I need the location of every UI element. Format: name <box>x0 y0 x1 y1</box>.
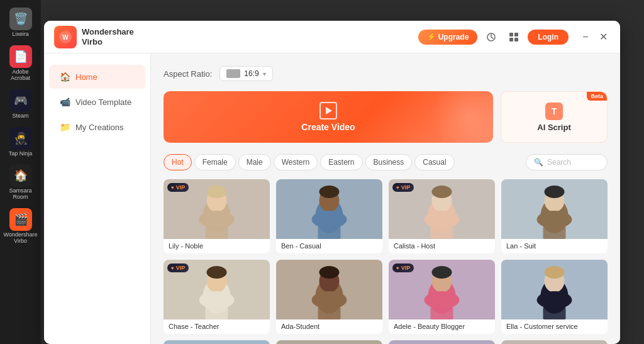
avatar-name-ada: Ada-Student <box>276 319 382 334</box>
avatar-name-ben: Ben - Casual <box>276 239 382 253</box>
icon-image-acrobat: 📄 <box>9 45 32 68</box>
icon-image-tap-ninja: 🥷 <box>9 127 32 150</box>
svg-rect-48 <box>431 307 453 319</box>
nav-home-label: Home <box>75 72 97 82</box>
icon-image-lixeira: 🗑️ <box>9 8 32 30</box>
brand-name: Wondershare <box>82 27 134 37</box>
avatar-image-r3c: VIP <box>389 340 495 344</box>
svg-rect-6 <box>514 38 518 42</box>
icon-image-virbo: 🎬 <box>9 208 32 231</box>
svg-rect-12 <box>206 226 228 239</box>
create-video-icon <box>319 102 337 119</box>
aspect-ratio-select[interactable]: 16:9 ▾ <box>219 66 272 81</box>
avatar-card-r3a[interactable]: VIP <box>164 340 270 344</box>
avatar-image-chase: VIP <box>164 260 270 319</box>
avatar-card-lily[interactable]: VIP Lily - Noble <box>164 179 270 253</box>
svg-rect-30 <box>543 226 566 239</box>
chevron-down-icon: ▾ <box>263 70 266 77</box>
upgrade-button[interactable]: Upgrade <box>418 30 478 45</box>
svg-rect-42 <box>318 307 341 319</box>
login-button[interactable]: Login <box>528 30 569 45</box>
avatar-card-r3d[interactable] <box>501 340 608 344</box>
icon-label-virbo: WondershareVirbo <box>4 232 38 245</box>
svg-rect-36 <box>206 307 228 319</box>
icon-label-samsara: SamsaraRoom <box>9 188 31 201</box>
desktop-icon-virbo[interactable]: 🎬 WondershareVirbo <box>4 206 37 247</box>
avatar-name-calista: Calista - Host <box>389 239 495 253</box>
filter-tab-business[interactable]: Business <box>365 154 413 170</box>
close-button[interactable]: ✕ <box>596 30 610 44</box>
sidebar-item-home[interactable]: 🏠 Home <box>49 65 145 89</box>
app-logo: W <box>54 26 77 48</box>
filter-tab-hot[interactable]: Hot <box>164 154 192 170</box>
avatar-card-lan[interactable]: Lan - Suit <box>501 179 608 253</box>
nav-creations-label: My Creations <box>75 123 124 132</box>
content-area: 🏠 Home 📹 Video Template 📁 My Creations A… <box>44 53 620 344</box>
svg-rect-5 <box>509 38 513 42</box>
svg-point-16 <box>319 186 340 198</box>
avatar-card-adele[interactable]: VIP Adele - Beauty Blogger <box>389 260 495 334</box>
filter-tab-female[interactable]: Female <box>194 154 236 170</box>
search-input[interactable] <box>547 158 604 167</box>
desktop-icon-tap-ninja[interactable]: 🥷 Tap Ninja <box>4 125 37 160</box>
desktop-icon-steam[interactable]: 🎮 Steam <box>4 87 37 122</box>
svg-point-53 <box>537 291 572 309</box>
ratio-icon <box>226 69 240 78</box>
svg-point-17 <box>312 211 347 228</box>
grid-button[interactable] <box>505 28 523 46</box>
search-icon: 🔍 <box>534 158 543 167</box>
svg-point-29 <box>537 211 572 228</box>
avatar-card-ben[interactable]: Ben - Casual <box>276 179 382 253</box>
creations-icon: 📁 <box>59 121 70 133</box>
desktop-taskbar: 🗑️ Lixeira 📄 AdobeAcrobat 🎮 Steam 🥷 Tap … <box>0 0 41 344</box>
create-video-card[interactable]: Create Video <box>164 91 493 143</box>
filter-tab-eastern[interactable]: Eastern <box>320 154 362 170</box>
svg-point-47 <box>425 291 460 309</box>
history-button[interactable] <box>482 28 500 46</box>
avatar-card-calista[interactable]: VIP Calista - Host <box>389 179 495 253</box>
search-box: 🔍 <box>526 154 608 170</box>
avatar-card-ada[interactable]: Ada-Student <box>276 260 382 334</box>
avatar-name-adele: Adele - Beauty Blogger <box>389 319 495 334</box>
svg-rect-18 <box>318 226 341 239</box>
avatar-image-lan <box>501 179 608 239</box>
sidebar-item-video-template[interactable]: 📹 Video Template <box>49 90 145 114</box>
avatar-card-chase[interactable]: VIP Chase - Teacher <box>164 260 270 334</box>
avatar-name-lily: Lily - Noble <box>164 239 270 253</box>
filter-tab-western[interactable]: Western <box>274 154 318 170</box>
filter-tab-male[interactable]: Male <box>238 154 271 170</box>
icon-image-steam: 🎮 <box>9 89 32 112</box>
avatar-name-lan: Lan - Suit <box>501 239 608 253</box>
beta-badge: Beta <box>587 92 607 101</box>
product-name: Virbo <box>82 37 134 47</box>
svg-point-46 <box>432 266 452 279</box>
filter-row: Hot Female Male Western Eastern Business <box>164 154 608 170</box>
desktop-icon-acrobat[interactable]: 📄 AdobeAcrobat <box>4 43 37 84</box>
aspect-ratio-label: Aspect Ratio: <box>164 69 212 79</box>
svg-point-40 <box>319 266 340 279</box>
sidebar-item-my-creations[interactable]: 📁 My Creations <box>49 115 145 139</box>
svg-point-11 <box>199 211 235 228</box>
avatar-grid: VIP Lily - Noble <box>164 179 608 344</box>
minimize-button[interactable]: − <box>579 30 592 44</box>
icon-label-tap-ninja: Tap Ninja <box>9 151 33 157</box>
ai-script-card[interactable]: Beta T AI Script <box>501 91 608 143</box>
svg-rect-4 <box>514 33 518 36</box>
avatar-card-r3b[interactable] <box>276 340 382 344</box>
aspect-ratio-value: 16:9 <box>244 69 258 78</box>
svg-point-34 <box>207 266 227 279</box>
sidebar: 🏠 Home 📹 Video Template 📁 My Creations <box>44 53 151 344</box>
svg-rect-54 <box>543 307 566 319</box>
svg-text:W: W <box>62 34 69 41</box>
desktop-icon-samsara[interactable]: 🏠 SamsaraRoom <box>4 162 37 203</box>
ai-script-icon: T <box>545 103 563 120</box>
avatar-card-ella[interactable]: Ella - Customer service <box>501 260 608 334</box>
app-name: Wondershare Virbo <box>82 27 134 47</box>
filter-tab-casual[interactable]: Casual <box>414 154 454 170</box>
avatar-image-ella <box>501 260 608 319</box>
svg-point-10 <box>207 186 227 198</box>
avatar-image-r3b <box>276 340 382 344</box>
avatar-card-r3c[interactable]: VIP <box>389 340 495 344</box>
desktop-icon-lixeira[interactable]: 🗑️ Lixeira <box>4 5 37 40</box>
titlebar-actions: Upgrade Login − ✕ <box>418 28 610 46</box>
